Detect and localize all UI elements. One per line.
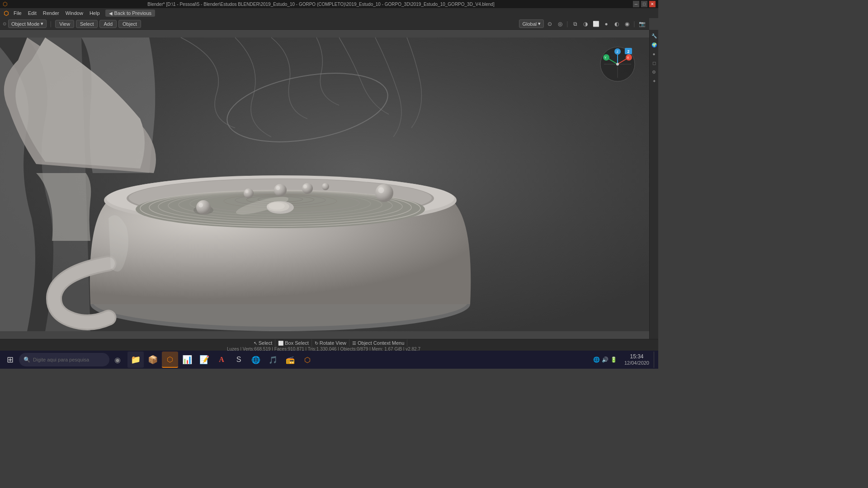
add-menu[interactable]: Add: [99, 20, 117, 28]
dropdown-arrow: ▾: [41, 21, 43, 27]
menu-render[interactable]: Render: [40, 9, 62, 17]
box-select-icon: ⬜: [278, 341, 283, 346]
taskbar-blender[interactable]: ⬡: [162, 352, 178, 368]
rendered-icon[interactable]: ◉: [623, 19, 632, 28]
object-context-tool[interactable]: ☰ Object Context Menu: [349, 339, 407, 347]
rotate-view-tool[interactable]: ↻ Rotate View: [312, 339, 349, 347]
svg-point-32: [302, 183, 313, 194]
maximize-button[interactable]: □: [641, 1, 647, 7]
menu-bar: ⬡ File Edit Render Window Help ◀ Back to…: [0, 8, 658, 18]
clock[interactable]: 15:34 12/04/2020: [621, 353, 653, 366]
overlay-icon[interactable]: ⧉: [571, 19, 580, 28]
show-desktop-button[interactable]: [654, 352, 656, 368]
svg-point-24: [269, 202, 285, 210]
title-bar: ⬡ Blender* [D:\1 - Pessoal\5 - Blender\E…: [0, 0, 658, 8]
back-arrow-icon: ◀: [109, 11, 113, 16]
blender-icon: ⬡: [3, 1, 7, 7]
material-preview-icon[interactable]: ◐: [612, 19, 621, 28]
object-context-label: Object Context Menu: [358, 340, 404, 346]
window-title: Blender* [D:\1 - Pessoal\5 - Blender\Est…: [147, 2, 494, 7]
dropdown-arrow-space: ▾: [538, 21, 541, 27]
svg-point-33: [303, 185, 307, 188]
object-mode-dropdown[interactable]: Object Mode ▾: [8, 19, 47, 28]
svg-point-27: [198, 203, 203, 207]
3d-viewport[interactable]: X Y Z 2: [0, 30, 649, 339]
taskbar-blender2[interactable]: ⬡: [299, 352, 316, 368]
volume-icon: 🔊: [602, 357, 609, 363]
taskbar-acrobat[interactable]: A: [213, 352, 230, 368]
svg-point-36: [322, 183, 329, 190]
navigation-gizmo[interactable]: X Y Z 2: [599, 46, 636, 82]
system-tray[interactable]: 🌐 🔊 🔋: [590, 357, 620, 363]
global-label: Global: [522, 21, 537, 27]
view-menu[interactable]: View: [55, 20, 74, 28]
menu-edit[interactable]: Edit: [25, 9, 39, 17]
particles-icon[interactable]: ✦: [650, 77, 658, 85]
search-placeholder: Digite aqui para pesquisa: [33, 357, 89, 362]
close-button[interactable]: ✕: [649, 1, 656, 7]
wireframe-icon[interactable]: ⬜: [591, 19, 600, 28]
status-bar: ↖ Select ⬜ Box Select ↻ Rotate View ☰ Ob…: [0, 339, 658, 351]
world-icon[interactable]: ●: [650, 50, 658, 58]
date-display: 12/04/2020: [624, 360, 649, 366]
task-view-button[interactable]: ◉: [110, 352, 125, 367]
battery-icon: 🔋: [610, 357, 617, 363]
select-label: Select: [259, 340, 273, 346]
svg-point-49: [616, 63, 619, 66]
mode-icon: ⊙: [3, 21, 6, 26]
tools-icon[interactable]: 🔧: [650, 32, 658, 40]
menu-help[interactable]: Help: [87, 9, 103, 17]
taskbar-excel[interactable]: 📊: [179, 352, 195, 368]
taskbar-browser[interactable]: 🌐: [248, 352, 264, 368]
context-icon: ☰: [352, 341, 356, 346]
viewport-header-toolbar: ⊙ Object Mode ▾ │ View Select Add Object…: [0, 18, 649, 30]
taskbar-spotify[interactable]: 🎵: [265, 352, 281, 368]
camera-view-icon[interactable]: 📷: [637, 19, 646, 28]
time-display: 15:34: [630, 353, 643, 360]
object-menu[interactable]: Object: [118, 20, 141, 28]
modifier-icon[interactable]: ⚙: [650, 68, 658, 76]
rotate-view-label: Rotate View: [320, 340, 346, 346]
menu-window[interactable]: Window: [63, 9, 86, 17]
window-controls: ─ □ ✕: [633, 1, 656, 7]
select-menu[interactable]: Select: [76, 20, 98, 28]
3d-scene-svg: [0, 30, 649, 339]
object-props-icon[interactable]: ◻: [650, 59, 658, 67]
svg-point-34: [375, 184, 393, 202]
taskbar-store[interactable]: 📦: [145, 352, 161, 368]
svg-text:Z: Z: [617, 50, 619, 53]
solid-shading-icon[interactable]: ●: [602, 19, 611, 28]
cursor-icon: ↖: [254, 341, 257, 346]
search-icon: 🔍: [24, 357, 30, 363]
svg-point-35: [378, 188, 384, 193]
svg-text:Y: Y: [604, 56, 607, 59]
snap-icon[interactable]: ⊙: [545, 19, 554, 28]
svg-point-29: [245, 190, 249, 193]
box-select-label: Box Select: [285, 340, 309, 346]
select-tool[interactable]: ↖ Select: [251, 339, 276, 347]
search-bar[interactable]: 🔍 Digite aqui para pesquisa: [19, 353, 109, 366]
rotate-icon: ↻: [315, 341, 318, 346]
start-button[interactable]: ⊞: [2, 352, 18, 368]
menu-file[interactable]: File: [11, 9, 24, 17]
proportional-edit-icon[interactable]: ◎: [556, 19, 565, 28]
taskbar-explorer[interactable]: 📁: [127, 352, 144, 368]
taskbar-app2[interactable]: S: [231, 352, 247, 368]
minimize-button[interactable]: ─: [633, 1, 639, 7]
box-select-tool[interactable]: ⬜ Box Select: [275, 339, 312, 347]
shading-icon[interactable]: ◑: [581, 19, 590, 28]
svg-point-26: [196, 200, 211, 215]
svg-point-28: [244, 188, 254, 198]
blender-logo-icon: ⬡: [2, 9, 10, 17]
back-to-previous-button[interactable]: ◀ Back to Previous: [105, 9, 156, 17]
svg-text:2: 2: [627, 49, 629, 54]
mode-label: Object Mode: [11, 21, 39, 27]
svg-point-31: [276, 186, 280, 190]
taskbar-radio[interactable]: 📻: [282, 352, 298, 368]
transform-space-dropdown[interactable]: Global ▾: [519, 19, 544, 28]
taskbar-word[interactable]: 📝: [196, 352, 212, 368]
back-button-label: Back to Previous: [114, 10, 152, 16]
scene-icon[interactable]: 🌍: [650, 41, 658, 49]
windows-taskbar: ⊞ 🔍 Digite aqui para pesquisa ◉ 📁 📦 ⬡ 📊 …: [0, 351, 658, 369]
network-icon: 🌐: [593, 357, 600, 363]
